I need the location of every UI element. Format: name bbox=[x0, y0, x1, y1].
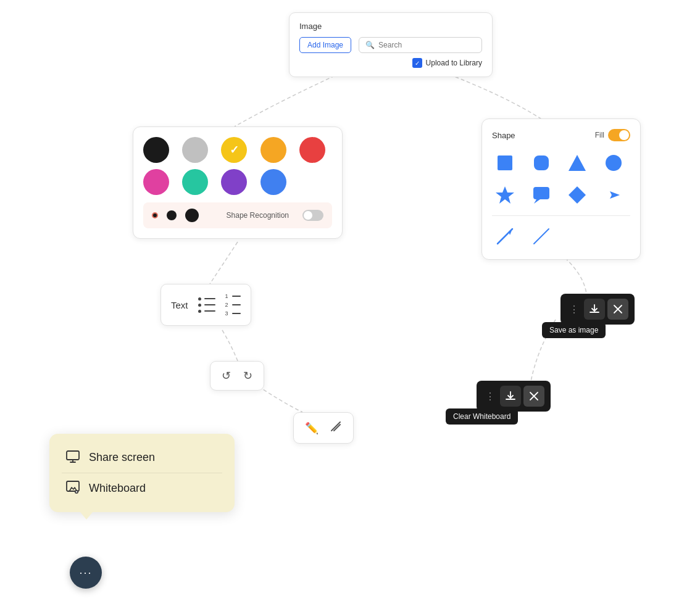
add-image-button[interactable]: Add Image bbox=[299, 37, 351, 53]
upload-to-library-label: Upload to Library bbox=[426, 59, 482, 67]
text-panel: Text 1 2 3 bbox=[160, 284, 251, 326]
context-menu: Share screen Whiteboard bbox=[49, 434, 235, 512]
chat-bubble-button[interactable]: ··· bbox=[70, 557, 102, 589]
pen-size-medium[interactable] bbox=[167, 210, 177, 220]
whiteboard-icon bbox=[65, 479, 80, 497]
image-panel: Image Add Image 🔍 ✓ Upload to Library bbox=[289, 12, 493, 77]
clear-whiteboard-tooltip: Clear Whiteboard bbox=[446, 408, 518, 425]
svg-marker-6 bbox=[534, 199, 540, 204]
shape-diagonal-line[interactable] bbox=[492, 223, 518, 249]
clear-toolbar: ⋮ bbox=[477, 381, 551, 412]
draw-panel: ✏️ bbox=[293, 412, 354, 444]
clear-icon-button[interactable] bbox=[607, 299, 628, 320]
clear-toolbar-more-dots[interactable]: ⋮ bbox=[483, 391, 498, 402]
shape-panel-header: Shape Fill bbox=[492, 129, 630, 141]
color-grid bbox=[143, 137, 332, 195]
svg-rect-1 bbox=[534, 155, 549, 170]
pen-button[interactable]: ✏️ bbox=[305, 421, 319, 435]
whiteboard-label: Whiteboard bbox=[89, 482, 146, 495]
search-input[interactable] bbox=[378, 41, 475, 49]
pen-sizes-row: Shape Recognition bbox=[143, 202, 332, 228]
undo-redo-panel: ↺ ↻ bbox=[210, 361, 264, 391]
numbered-list-button[interactable]: 1 2 3 bbox=[225, 293, 241, 317]
shape-triangle[interactable] bbox=[564, 150, 590, 176]
redo-button[interactable]: ↻ bbox=[242, 368, 254, 384]
pen-size-large[interactable] bbox=[185, 209, 199, 222]
shape-diamond[interactable] bbox=[564, 182, 590, 208]
eraser-button[interactable] bbox=[330, 420, 342, 436]
clear-whiteboard-button[interactable] bbox=[523, 386, 544, 407]
whiteboard-item[interactable]: Whiteboard bbox=[62, 473, 222, 504]
svg-marker-8 bbox=[610, 191, 620, 199]
image-panel-title: Image bbox=[299, 22, 482, 31]
color-gray[interactable] bbox=[182, 137, 208, 163]
share-screen-label: Share screen bbox=[89, 451, 155, 464]
svg-marker-7 bbox=[569, 186, 586, 204]
text-label: Text bbox=[171, 300, 188, 310]
shape-rounded-square[interactable] bbox=[528, 150, 554, 176]
undo-button[interactable]: ↺ bbox=[220, 368, 232, 384]
color-orange[interactable] bbox=[260, 137, 286, 163]
svg-point-3 bbox=[606, 155, 622, 171]
color-purple[interactable] bbox=[221, 169, 247, 195]
color-black[interactable] bbox=[143, 137, 169, 163]
bullet-list-button[interactable] bbox=[198, 297, 215, 313]
shape-recognition-toggle[interactable] bbox=[302, 210, 323, 221]
share-screen-icon bbox=[65, 449, 80, 466]
color-teal[interactable] bbox=[182, 169, 208, 195]
svg-rect-5 bbox=[533, 187, 549, 199]
shape-square[interactable] bbox=[492, 150, 518, 176]
fill-toggle[interactable] bbox=[608, 129, 630, 141]
shape-arrow[interactable] bbox=[601, 182, 627, 208]
svg-marker-2 bbox=[569, 155, 586, 171]
color-panel: Shape Recognition bbox=[133, 126, 343, 239]
color-pink[interactable] bbox=[143, 169, 169, 195]
svg-rect-14 bbox=[67, 451, 79, 460]
shape-recognition-label: Shape Recognition bbox=[227, 211, 289, 220]
save-as-image-tooltip: Save as image bbox=[542, 322, 606, 338]
shape-line[interactable] bbox=[528, 223, 554, 249]
toolbar-more-dots[interactable]: ⋮ bbox=[567, 304, 581, 315]
shape-panel: Shape Fill bbox=[481, 118, 641, 260]
shape-speech-bubble[interactable] bbox=[528, 182, 554, 208]
svg-line-11 bbox=[534, 229, 549, 244]
svg-rect-0 bbox=[498, 155, 512, 170]
share-screen-item[interactable]: Share screen bbox=[62, 442, 222, 473]
fill-label: Fill bbox=[595, 131, 604, 139]
svg-marker-4 bbox=[496, 186, 514, 204]
pen-size-small[interactable] bbox=[152, 212, 158, 218]
shape-panel-title: Shape bbox=[492, 131, 515, 140]
svg-rect-15 bbox=[67, 481, 79, 491]
shapes-grid bbox=[492, 150, 630, 249]
search-box: 🔍 bbox=[359, 37, 482, 53]
color-blue[interactable] bbox=[260, 169, 286, 195]
shape-circle[interactable] bbox=[601, 150, 627, 176]
chat-dots-icon: ··· bbox=[79, 566, 92, 579]
clear-download-button[interactable] bbox=[500, 386, 521, 407]
color-red[interactable] bbox=[299, 137, 325, 163]
upload-checkbox[interactable]: ✓ bbox=[412, 58, 422, 68]
search-icon: 🔍 bbox=[365, 41, 375, 49]
save-image-button[interactable] bbox=[584, 299, 605, 320]
shape-star[interactable] bbox=[492, 182, 518, 208]
color-yellow[interactable] bbox=[221, 137, 247, 163]
fill-row: Fill bbox=[595, 129, 630, 141]
